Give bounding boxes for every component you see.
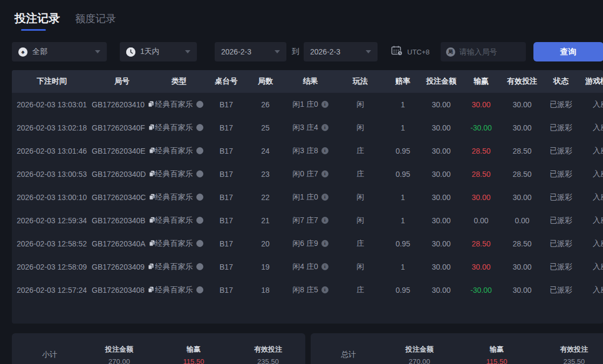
cell-status: 已派彩	[543, 186, 579, 209]
cell-play: 闲	[337, 255, 384, 278]
cell-round-id: GB172620340F	[92, 116, 152, 139]
cell-round-id: GB1726203409	[92, 255, 152, 278]
table-row: 2026-02-03 13:00:53 GB172620340D 经典百家乐 B…	[12, 162, 603, 186]
col-header-type: 类型	[152, 70, 206, 93]
info-icon[interactable]: i	[321, 170, 328, 177]
cell-bet-amount: 30.00	[422, 116, 461, 139]
info-icon[interactable]: i	[321, 194, 328, 201]
game-dot-icon[interactable]	[196, 286, 203, 293]
timezone-label: UTC+8	[407, 48, 430, 56]
cell-status: 已派彩	[543, 255, 579, 278]
game-dot-icon[interactable]	[196, 240, 203, 247]
total-label: 总计	[311, 350, 381, 360]
cell-table-no: B17	[206, 116, 246, 139]
info-icon[interactable]: i	[321, 124, 328, 131]
cell-valid-bet: 30.00	[502, 116, 543, 139]
cell-table-no: B17	[206, 278, 246, 301]
info-icon[interactable]: i	[321, 263, 328, 270]
table-body: 2026-02-03 13:03:01 GB1726203410 经典百家乐 B…	[12, 93, 603, 301]
cell-play: 闲	[337, 209, 384, 232]
cell-game-type: 经典百家乐	[152, 255, 206, 278]
cell-table-no: B17	[206, 139, 246, 162]
cell-round-id: GB172620340E	[92, 139, 152, 162]
tab-quota-records[interactable]: 额度记录	[75, 12, 116, 26]
cell-game-type: 经典百家乐	[152, 186, 206, 209]
copy-icon[interactable]	[148, 263, 154, 271]
cell-bet-amount: 30.00	[422, 255, 461, 278]
cell-game-mode: 入座	[579, 162, 603, 186]
col-header-bet-time: 下注时间	[12, 70, 92, 93]
round-number-icon: 局	[446, 47, 455, 57]
cell-status: 已派彩	[543, 232, 579, 255]
cell-game-mode: 入座	[579, 116, 603, 139]
record-tabs: 投注记录 额度记录	[15, 11, 116, 31]
date-from-value: 2026-2-3	[221, 47, 251, 56]
cell-bet-time: 2026-02-03 12:58:09	[12, 255, 92, 278]
copy-icon[interactable]	[149, 239, 155, 248]
date-to-select[interactable]: 2026-2-3	[304, 42, 378, 61]
game-dot-icon[interactable]	[196, 124, 203, 131]
game-dot-icon[interactable]	[196, 170, 203, 177]
copy-icon[interactable]	[148, 123, 155, 132]
cell-round-id: GB172620340D	[92, 162, 152, 186]
cell-odds: 0.95	[384, 139, 422, 162]
table-row: 2026-02-03 13:01:46 GB172620340E 经典百家乐 B…	[12, 139, 603, 162]
copy-icon[interactable]	[148, 286, 154, 294]
copy-icon[interactable]	[149, 147, 155, 155]
tab-betting-records[interactable]: 投注记录	[15, 11, 60, 31]
copy-icon[interactable]	[148, 100, 154, 109]
chevron-down-icon	[275, 50, 280, 53]
query-button[interactable]: 查询	[533, 42, 603, 61]
cell-round-id: GB1726203408	[92, 278, 152, 301]
cell-play: 闲	[337, 93, 384, 116]
timezone-indicator: UTC+8	[391, 45, 430, 58]
chevron-down-icon	[95, 50, 100, 53]
col-header-round-id: 局号	[92, 70, 152, 93]
subtotal-valid-bet: 有效投注 235.50	[231, 345, 305, 364]
cell-game-type: 经典百家乐	[152, 93, 206, 116]
table-row: 2026-02-03 12:58:09 GB1726203409 经典百家乐 B…	[12, 255, 603, 278]
cell-game-type: 经典百家乐	[152, 232, 206, 255]
cell-round-no: 25	[246, 116, 284, 139]
date-from-select[interactable]: 2026-2-3	[215, 42, 286, 61]
info-icon[interactable]: i	[321, 101, 328, 108]
cell-odds: 0.95	[384, 278, 422, 301]
cell-result: 闲1 庄0 i	[284, 186, 337, 209]
table-row: 2026-02-03 12:58:52 GB172620340A 经典百家乐 B…	[12, 232, 603, 255]
col-header-win-loss: 输赢	[461, 70, 502, 93]
game-dot-icon[interactable]	[196, 147, 203, 154]
cell-bet-time: 2026-02-03 13:01:46	[12, 139, 92, 162]
game-dot-icon[interactable]	[196, 101, 203, 108]
game-dot-icon[interactable]	[196, 194, 203, 201]
cell-table-no: B17	[206, 255, 246, 278]
game-dot-icon[interactable]	[196, 217, 203, 224]
game-type-select[interactable]: ♠ 全部	[12, 42, 107, 61]
cell-game-type: 经典百家乐	[152, 162, 206, 186]
game-dot-icon[interactable]	[196, 263, 203, 270]
cell-status: 已派彩	[543, 116, 579, 139]
col-header-table-no: 桌台号	[206, 70, 246, 93]
cell-valid-bet: 30.00	[502, 255, 543, 278]
date-range-to-label: 到	[292, 47, 299, 57]
time-range-select[interactable]: 1天内	[120, 42, 197, 61]
round-number-input[interactable]	[460, 47, 519, 56]
cell-win-loss: -30.00	[461, 278, 502, 301]
cell-bet-time: 2026-02-03 12:58:52	[12, 232, 92, 255]
info-icon[interactable]: i	[321, 147, 328, 154]
info-icon[interactable]: i	[321, 240, 328, 247]
info-icon[interactable]: i	[321, 286, 328, 293]
cell-game-mode: 入座	[579, 232, 603, 255]
cell-game-mode: 入座	[579, 278, 603, 301]
cell-status: 已派彩	[543, 139, 579, 162]
cell-table-no: B17	[206, 186, 246, 209]
copy-icon[interactable]	[149, 216, 155, 225]
info-icon[interactable]: i	[321, 217, 328, 224]
cell-bet-amount: 30.00	[422, 209, 461, 232]
cell-result: 闲3 庄4 i	[284, 116, 337, 139]
cell-valid-bet: 30.00	[502, 93, 543, 116]
cell-odds: 1	[384, 116, 422, 139]
cell-bet-time: 2026-02-03 13:02:18	[12, 116, 92, 139]
cell-valid-bet: 28.50	[502, 139, 543, 162]
subtotal-label: 小计	[12, 350, 82, 360]
cell-game-mode: 入座	[579, 209, 603, 232]
